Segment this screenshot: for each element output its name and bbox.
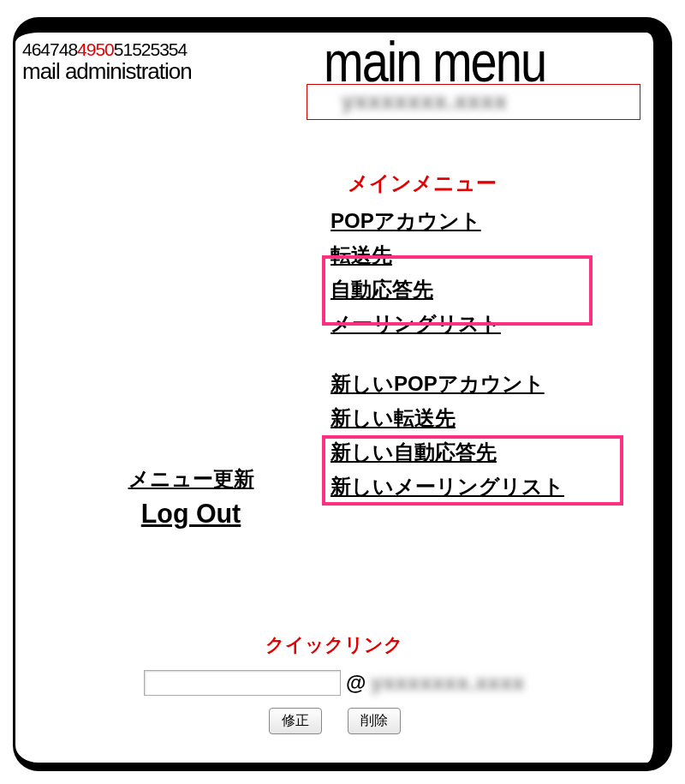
quick-link-heading: クイックリンク (15, 632, 653, 658)
menu-new-pop-account[interactable]: 新しいPOPアカウント (331, 368, 622, 399)
sidebar-links: メニュー更新 Log Out (92, 465, 289, 530)
logout-link[interactable]: Log Out (98, 498, 285, 530)
menu-mailing-lists[interactable]: メーリングリスト (331, 308, 622, 339)
menu-new-forwarding[interactable]: 新しい転送先 (331, 403, 622, 434)
quick-link-domain: yxxxxxxx.xxxx (371, 671, 525, 695)
delete-button[interactable]: 削除 (348, 708, 401, 734)
main-menu-heading: メインメニュー (348, 170, 622, 197)
domain-box: yxxxxxxx.xxxx (307, 84, 640, 120)
at-symbol: @ (346, 671, 366, 695)
page-numbers-current: 4950 (77, 39, 114, 59)
page-numbers: 464748495051525354 (22, 39, 187, 60)
edit-button[interactable]: 修正 (269, 708, 322, 734)
page-numbers-after: 51525354 (114, 39, 187, 59)
menu-new-autoresponder[interactable]: 新しい自動応答先 (331, 437, 622, 468)
menu-block: メインメニュー POPアカウント 転送先 自動応答先 メーリングリスト 新しいP… (331, 170, 622, 506)
app-frame: 464748495051525354 mail administration m… (13, 17, 672, 771)
menu-autoresponders[interactable]: 自動応答先 (331, 274, 622, 305)
mail-admin-label: mail administration (22, 58, 192, 85)
quick-link-buttons: 修正 削除 (15, 708, 653, 734)
quick-link-row: @ yxxxxxxx.xxxx (144, 670, 525, 696)
quick-link-input[interactable] (144, 670, 341, 696)
menu-pop-accounts[interactable]: POPアカウント (331, 206, 622, 236)
side-rule (14, 84, 15, 427)
page-numbers-before: 464748 (22, 39, 77, 59)
domain-masked: yxxxxxxx.xxxx (342, 88, 508, 115)
quick-link-block: クイックリンク @ yxxxxxxx.xxxx 修正 削除 (15, 632, 653, 734)
menu-forwarding[interactable]: 転送先 (331, 240, 622, 271)
menu-refresh-link[interactable]: メニュー更新 (92, 465, 289, 493)
menu-new-mailing-list[interactable]: 新しいメーリングリスト (331, 471, 622, 502)
